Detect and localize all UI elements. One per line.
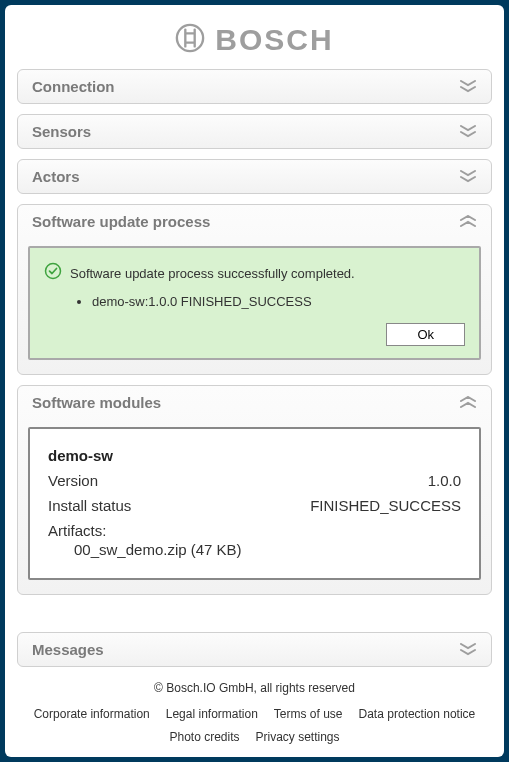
brand-logo: BOSCH: [175, 23, 333, 57]
logo-row: BOSCH: [17, 17, 492, 69]
footer-link-data-protection[interactable]: Data protection notice: [359, 703, 476, 726]
version-value: 1.0.0: [428, 472, 461, 489]
panel-sensors: Sensors: [17, 114, 492, 149]
chevron-up-icon: [459, 396, 477, 410]
copyright-text: © Bosch.IO GmbH, all rights reserved: [17, 681, 492, 695]
app-window: BOSCH Connection Sensors Actors: [5, 5, 504, 757]
module-card: demo-sw Version 1.0.0 Install status FIN…: [28, 427, 481, 580]
module-status-row: Install status FINISHED_SUCCESS: [48, 497, 461, 514]
alert-header: Software update process successfully com…: [44, 262, 465, 284]
panel-title: Messages: [32, 641, 104, 658]
artifacts-label: Artifacts:: [48, 522, 461, 539]
panel-connection: Connection: [17, 69, 492, 104]
panel-modules: Software modules demo-sw Version 1.0.0 I…: [17, 385, 492, 595]
panel-modules-header[interactable]: Software modules: [18, 386, 491, 419]
brand-text: BOSCH: [215, 23, 333, 57]
update-item-list: demo-sw:1.0.0 FINISHED_SUCCESS: [92, 294, 465, 309]
panel-actors: Actors: [17, 159, 492, 194]
module-name: demo-sw: [48, 447, 461, 464]
spacer: [17, 605, 492, 632]
footer-link-corporate[interactable]: Corporate information: [34, 703, 150, 726]
panel-sensors-header[interactable]: Sensors: [18, 115, 491, 148]
chevron-up-icon: [459, 215, 477, 229]
panel-actors-header[interactable]: Actors: [18, 160, 491, 193]
footer-link-legal[interactable]: Legal information: [166, 703, 258, 726]
footer-link-terms[interactable]: Terms of use: [274, 703, 343, 726]
panel-title: Software update process: [32, 213, 210, 230]
check-circle-icon: [44, 262, 62, 284]
panel-update: Software update process Software update …: [17, 204, 492, 375]
panel-title: Connection: [32, 78, 115, 95]
panel-messages-header[interactable]: Messages: [18, 633, 491, 666]
status-label: Install status: [48, 497, 131, 514]
chevron-down-icon: [459, 125, 477, 139]
panel-title: Sensors: [32, 123, 91, 140]
footer-link-photo[interactable]: Photo credits: [169, 726, 239, 749]
module-version-row: Version 1.0.0: [48, 472, 461, 489]
chevron-down-icon: [459, 170, 477, 184]
panel-update-header[interactable]: Software update process: [18, 205, 491, 238]
footer: © Bosch.IO GmbH, all rights reserved Cor…: [17, 677, 492, 749]
status-value: FINISHED_SUCCESS: [310, 497, 461, 514]
chevron-down-icon: [459, 643, 477, 657]
panel-title: Software modules: [32, 394, 161, 411]
alert-actions: Ok: [44, 323, 465, 346]
footer-link-privacy[interactable]: Privacy settings: [256, 726, 340, 749]
chevron-down-icon: [459, 80, 477, 94]
update-item: demo-sw:1.0.0 FINISHED_SUCCESS: [92, 294, 465, 309]
panel-modules-body: demo-sw Version 1.0.0 Install status FIN…: [18, 419, 491, 594]
panel-update-body: Software update process successfully com…: [18, 238, 491, 374]
update-success-alert: Software update process successfully com…: [28, 246, 481, 360]
panel-connection-header[interactable]: Connection: [18, 70, 491, 103]
svg-point-0: [177, 25, 203, 51]
alert-message: Software update process successfully com…: [70, 266, 355, 281]
panel-messages: Messages: [17, 632, 492, 667]
panel-title: Actors: [32, 168, 80, 185]
svg-point-1: [46, 264, 61, 279]
ok-button[interactable]: Ok: [386, 323, 465, 346]
footer-links: Corporate information Legal information …: [17, 703, 492, 749]
artifact-item: 00_sw_demo.zip (47 KB): [74, 541, 461, 558]
bosch-icon: [175, 23, 205, 57]
version-label: Version: [48, 472, 98, 489]
